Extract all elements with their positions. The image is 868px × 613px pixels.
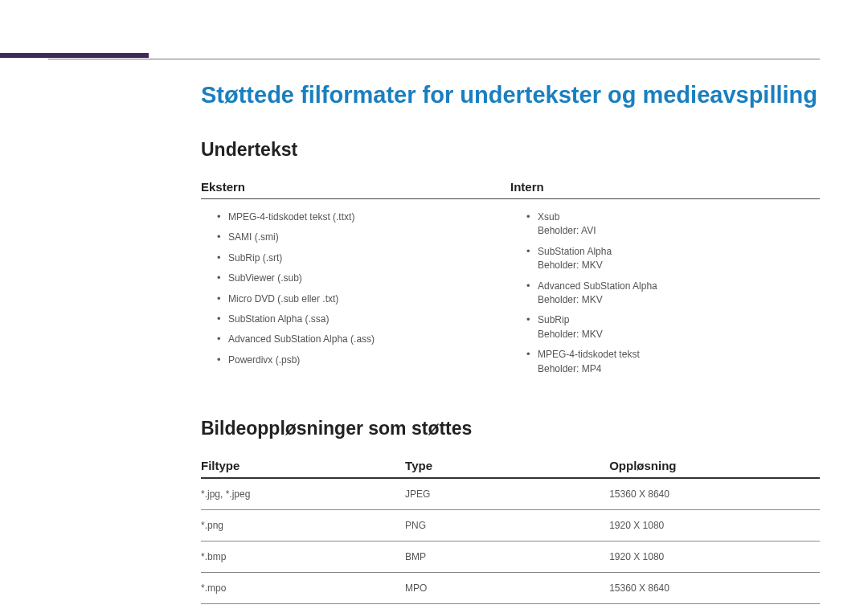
page-title: Støttede filformater for undertekster og… bbox=[201, 82, 820, 108]
external-list: MPEG-4-tidskodet tekst (.ttxt) SAMI (.sm… bbox=[201, 207, 510, 370]
list-item: SubViewer (.sub) bbox=[217, 268, 510, 288]
list-item-label: SubRip (.srt) bbox=[228, 252, 282, 264]
col-internal: Intern Xsub Beholder: AVI SubStation Alp… bbox=[510, 180, 820, 379]
content-area: Støttede filformater for undertekster og… bbox=[201, 82, 820, 604]
resolutions-table: Filtype Type Oppløsning *.jpg, *.jpeg JP… bbox=[201, 459, 820, 604]
list-item-sub: Beholder: MKV bbox=[538, 293, 820, 307]
table-row: *.mpo MPO 15360 X 8640 bbox=[201, 572, 820, 603]
section-subtitle-title: Undertekst bbox=[201, 139, 820, 161]
th-resolution: Oppløsning bbox=[609, 459, 820, 478]
list-item-label: Xsub bbox=[538, 211, 559, 223]
list-item-sub: Beholder: MKV bbox=[538, 328, 820, 341]
section-resolutions-title: Bildeoppløsninger som støttes bbox=[201, 418, 820, 439]
table-header-row: Filtype Type Oppløsning bbox=[201, 459, 820, 478]
table-row: *.jpg, *.jpeg JPEG 15360 X 8640 bbox=[201, 478, 820, 510]
cell-resolution: 15360 X 8640 bbox=[609, 478, 820, 510]
col-external-header: Ekstern bbox=[201, 180, 510, 199]
list-item-sub: Beholder: MKV bbox=[538, 259, 820, 272]
cell-filetype: *.mpo bbox=[201, 572, 405, 603]
subtitle-columns: Ekstern MPEG-4-tidskodet tekst (.ttxt) S… bbox=[201, 180, 820, 379]
list-item-label: Micro DVD (.sub eller .txt) bbox=[228, 293, 338, 304]
list-item: Powerdivx (.psb) bbox=[217, 350, 510, 370]
list-item: SAMI (.smi) bbox=[217, 227, 510, 247]
list-item-label: Advanced SubStation Alpha bbox=[538, 280, 657, 292]
list-item-sub: Beholder: MP4 bbox=[538, 362, 820, 376]
list-item-sub: Beholder: AVI bbox=[538, 224, 820, 238]
table-row: *.bmp BMP 1920 X 1080 bbox=[201, 541, 820, 572]
cell-resolution: 1920 X 1080 bbox=[609, 541, 820, 572]
list-item: SubRip Beholder: MKV bbox=[526, 310, 820, 345]
list-item: Micro DVD (.sub eller .txt) bbox=[217, 289, 510, 309]
cell-type: JPEG bbox=[405, 478, 609, 510]
list-item-label: Advanced SubStation Alpha (.ass) bbox=[228, 333, 375, 345]
list-item-label: SubRip bbox=[538, 314, 569, 325]
th-filetype: Filtype bbox=[201, 459, 405, 478]
list-item-label: MPEG-4-tidskodet tekst bbox=[538, 349, 640, 360]
list-item-label: MPEG-4-tidskodet tekst (.ttxt) bbox=[228, 211, 354, 223]
table-row: *.png PNG 1920 X 1080 bbox=[201, 509, 820, 541]
list-item: SubStation Alpha Beholder: MKV bbox=[526, 242, 820, 276]
cell-type: BMP bbox=[405, 541, 609, 572]
cell-type: MPO bbox=[405, 572, 609, 603]
cell-resolution: 15360 X 8640 bbox=[609, 572, 820, 603]
th-type: Type bbox=[405, 459, 609, 478]
list-item: MPEG-4-tidskodet tekst (.ttxt) bbox=[217, 207, 510, 227]
top-divider bbox=[48, 59, 820, 59]
internal-list: Xsub Beholder: AVI SubStation Alpha Beho… bbox=[510, 207, 820, 379]
list-item-label: SubStation Alpha (.ssa) bbox=[228, 313, 329, 325]
list-item-label: SubStation Alpha bbox=[538, 246, 612, 257]
list-item: Xsub Beholder: AVI bbox=[526, 207, 820, 242]
accent-bar bbox=[0, 53, 149, 58]
cell-type: PNG bbox=[405, 509, 609, 541]
cell-filetype: *.bmp bbox=[201, 541, 405, 572]
list-item-label: Powerdivx (.psb) bbox=[228, 354, 300, 366]
list-item: SubStation Alpha (.ssa) bbox=[217, 309, 510, 329]
list-item: SubRip (.srt) bbox=[217, 248, 510, 268]
list-item-label: SAMI (.smi) bbox=[228, 231, 279, 243]
list-item: MPEG-4-tidskodet tekst Beholder: MP4 bbox=[526, 345, 820, 379]
cell-filetype: *.png bbox=[201, 509, 405, 541]
list-item: Advanced SubStation Alpha Beholder: MKV bbox=[526, 276, 820, 311]
page: Støttede filformater for undertekster og… bbox=[0, 0, 868, 613]
col-external: Ekstern MPEG-4-tidskodet tekst (.ttxt) S… bbox=[201, 180, 510, 379]
col-internal-header: Intern bbox=[510, 180, 820, 199]
list-item-label: SubViewer (.sub) bbox=[228, 272, 302, 284]
cell-resolution: 1920 X 1080 bbox=[609, 509, 820, 541]
list-item: Advanced SubStation Alpha (.ass) bbox=[217, 329, 510, 349]
cell-filetype: *.jpg, *.jpeg bbox=[201, 478, 405, 510]
